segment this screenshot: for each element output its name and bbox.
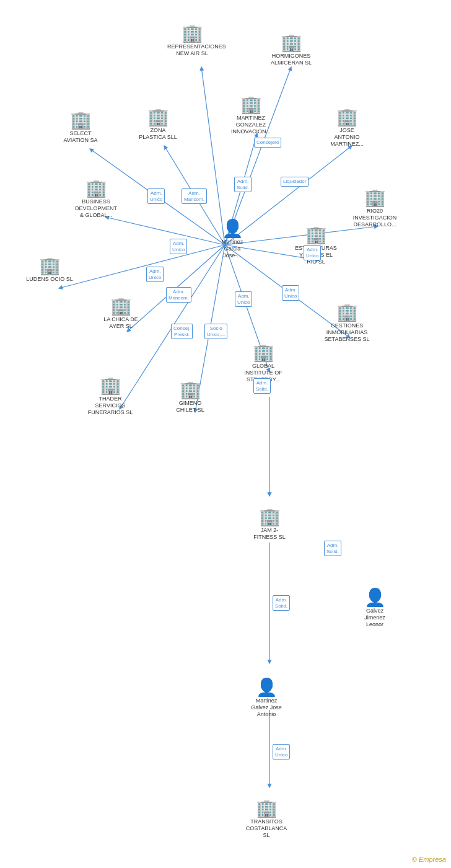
node-transitos[interactable]: 🏢TRANSITOS COSTABLANCA SL [243,800,290,838]
node-business_dev[interactable]: 🏢BUSINESS DEVELOPMENT & GLOBAL... [72,180,120,218]
node-jose_antonio[interactable]: 🏢JOSE ANTONIO MARTINEZ... [323,108,370,147]
gimeno_chilet-icon: 🏢 [180,381,201,399]
center-person-node[interactable]: 👤 Martinez Garcia Jose-... [211,220,254,259]
badge-5[interactable]: Adm. Unico [170,239,187,254]
node-jam2_fitness[interactable]: 🏢JAM 2- FITNESS SL [246,508,293,541]
ludens_ocio-label: LUDENS OCIO SL [26,276,73,283]
badge-10[interactable]: Adm. Unico [304,245,321,260]
ludens_ocio-icon: 🏢 [39,257,61,275]
la_chica-icon: 🏢 [110,298,132,315]
rio20-icon: 🏢 [364,189,386,206]
business_dev-icon: 🏢 [85,180,107,197]
badge-2[interactable]: Adm. Solid. [234,177,252,192]
badge-6[interactable]: Adm. Unico [146,267,164,282]
node-gestiones[interactable]: 🏢GESTIONES INMOBILIARIAS SETABENSES SL [323,304,370,342]
select_aviation-label: SELECT AVIATION SA [63,130,97,144]
badge-12[interactable]: Socio Unico,... [204,324,227,339]
network-graph: 👤 Martinez Garcia Jose-... © Empresa 🏢RE… [0,0,451,868]
node-global_institute[interactable]: 🏢GLOBAL INSTITUTE OF STRATEGY... [240,344,287,383]
thader-icon: 🏢 [100,377,121,394]
martinez_galvez-icon: 👤 [256,679,278,696]
estructuras-icon: 🏢 [305,226,327,244]
hormigones-icon: 🏢 [281,34,302,51]
node-la_chica[interactable]: 🏢LA CHICA DE AYER SL [97,298,144,330]
zona_plastica-label: ZONA PLASTICA SLL [139,127,177,141]
badge-7[interactable]: Adm. Mancom. [166,287,191,303]
jam2_fitness-icon: 🏢 [259,508,281,526]
node-martinez_gonzalez[interactable]: 🏢MARTINEZ GONZALEZ INNOVACION... [227,96,274,135]
badge-11[interactable]: Consej. Presid. [171,324,193,339]
jose_antonio-label: JOSE ANTONIO MARTINEZ... [330,127,363,147]
badge-0[interactable]: Adm. Unico [147,188,165,204]
la_chica-label: LA CHICA DE AYER SL [103,316,138,330]
badge-8[interactable]: Adm. Unico [235,291,252,307]
center-person-label: Martinez Garcia Jose-... [222,239,243,259]
badge-13[interactable]: Adm. Solid. [253,378,271,394]
business_dev-label: BUSINESS DEVELOPMENT & GLOBAL... [75,198,117,218]
select_aviation-icon: 🏢 [70,112,92,129]
badge-9[interactable]: Adm. Unico [282,285,299,301]
badge-15[interactable]: Adm. Solid. [273,595,290,611]
gestiones-label: GESTIONES INMOBILIARIAS SETABENSES SL [325,322,370,342]
center-person-icon: 👤 [222,220,243,237]
thader-label: THADER SERVICIOS FUNERARIOS SL [88,396,133,415]
node-gimeno_chilet[interactable]: 🏢GIMENO CHILET SL [167,381,214,414]
gimeno_chilet-label: GIMENO CHILET SL [176,400,204,414]
svg-line-6 [105,217,225,245]
zona_plastica-icon: 🏢 [147,108,169,126]
node-zona_plastica[interactable]: 🏢ZONA PLASTICA SLL [134,108,182,141]
transitos-icon: 🏢 [256,800,278,817]
watermark: © Empresa [412,856,446,863]
hormigones-label: HORMIGONES ALMICERAN SL [271,53,312,66]
node-rio20[interactable]: 🏢RIO20 INVESTIGACION DESARROLLO... [351,189,398,228]
gestiones-icon: 🏢 [336,304,358,321]
node-martinez_galvez[interactable]: 👤Martinez Galvez Jose Antonio [243,679,290,717]
node-ludens_ocio[interactable]: 🏢LUDENS OCIO SL [26,257,73,283]
node-select_aviation[interactable]: 🏢SELECT AVIATION SA [57,112,104,144]
badge-14[interactable]: Adm. Solid. [324,541,341,556]
node-hormigones[interactable]: 🏢HORMIGONES ALMICERAN SL [268,34,315,66]
node-galvez_jimenez[interactable]: 👤Galvez Jimenez Leonor [351,589,398,627]
node-thader[interactable]: 🏢THADER SERVICIOS FUNERARIOS SL [87,377,134,415]
svg-line-0 [201,67,225,245]
representaciones-label: REPRESENTACIONES NEW AIR SL [167,43,217,57]
svg-line-1 [225,67,291,245]
node-representaciones[interactable]: 🏢REPRESENTACIONES NEW AIR SL [169,25,216,57]
martinez_galvez-label: Martinez Galvez Jose Antonio [251,698,282,717]
badge-1[interactable]: Adm. Mancom. [182,188,207,204]
badge-4[interactable]: Consejero [254,138,281,148]
galvez_jimenez-label: Galvez Jimenez Leonor [364,608,385,627]
jam2_fitness-label: JAM 2- FITNESS SL [253,527,286,541]
jose_antonio-icon: 🏢 [336,108,358,126]
svg-line-9 [59,245,225,288]
badge-16[interactable]: Adm. Unico [273,744,290,760]
representaciones-icon: 🏢 [182,25,203,42]
global_institute-icon: 🏢 [253,344,274,361]
galvez_jimenez-icon: 👤 [364,589,386,606]
martinez_gonzalez-icon: 🏢 [240,96,262,113]
rio20-label: RIO20 INVESTIGACION DESARROLLO... [353,208,397,228]
martinez_gonzalez-label: MARTINEZ GONZALEZ INNOVACION... [231,115,271,135]
transitos-label: TRANSITOS COSTABLANCA SL [243,818,290,838]
badge-3[interactable]: Liquidador [281,177,309,187]
